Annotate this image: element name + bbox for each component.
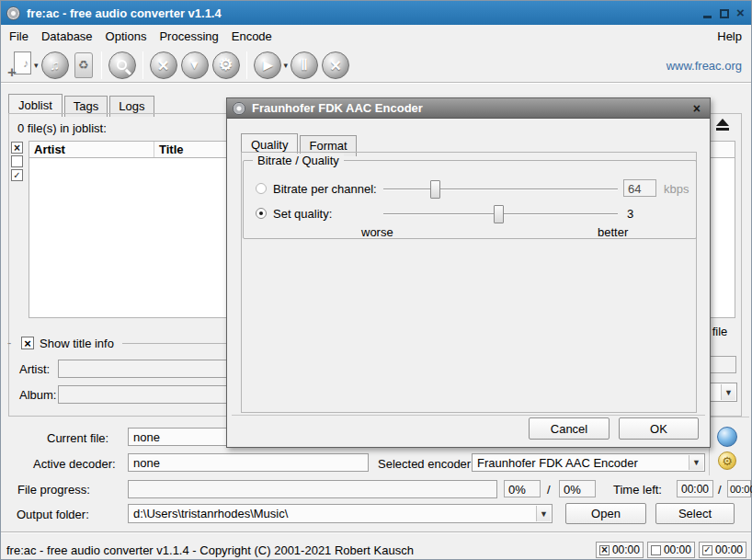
output-folder-value: d:\Users\tristanrhodes\Music\	[133, 507, 288, 520]
start-encoding-dropdown-icon[interactable]: ▾	[284, 61, 289, 70]
select-none-button[interactable]	[11, 155, 23, 167]
maximize-button[interactable]	[719, 7, 729, 18]
configure-settings-icon[interactable]	[212, 51, 240, 79]
bitrate-value-field[interactable]: 64	[623, 179, 656, 197]
toggle-selection-button[interactable]	[11, 169, 23, 181]
selected-encoder-combo[interactable]: Fraunhofer FDK AAC Encoder ▼	[472, 453, 705, 472]
set-quality-label: Set quality:	[273, 207, 332, 221]
file-progress-label: File progress:	[17, 483, 90, 497]
bitrate-unit: kbps	[664, 182, 689, 196]
dialog-divider	[232, 415, 705, 416]
chevron-down-icon[interactable]: ▼	[536, 506, 551, 521]
statusbar-text: fre:ac - free audio converter v1.1.4 - C…	[6, 543, 414, 557]
bitrate-slider[interactable]	[383, 189, 618, 190]
output-folder-label: Output folder:	[17, 508, 89, 521]
time-selected-box: 00:00	[596, 542, 644, 558]
bitrate-label: Bitrate per channel:	[273, 182, 377, 196]
chevron-down-icon[interactable]: ▼	[689, 455, 703, 470]
group-title: Bitrate / Quality	[253, 154, 344, 167]
stop-encoding-icon[interactable]	[322, 51, 349, 79]
progress-percent-file: 0%	[504, 480, 541, 497]
add-audio-cd-icon[interactable]	[41, 51, 69, 79]
scale-better-label: better	[598, 225, 628, 239]
selected-encoder-value: Fraunhofer FDK AAC Encoder	[477, 456, 638, 470]
joblist-count: 0 file(s) in joblist:	[17, 121, 107, 135]
active-decoder-label: Active decoder:	[33, 457, 116, 471]
encoder-settings-icon[interactable]	[718, 451, 736, 470]
cancel-button[interactable]: Cancel	[529, 417, 610, 440]
toolbar-separator	[101, 51, 102, 79]
scale-worse-label: worse	[361, 225, 393, 239]
menu-bar: File Database Options Processing Encode …	[1, 26, 751, 47]
window-title: fre:ac - free audio converter v1.1.4	[27, 6, 222, 20]
time-left-label: Time left:	[613, 483, 662, 497]
dialog-title-bar[interactable]: Fraunhofer FDK AAC Encoder ×	[227, 98, 710, 119]
title-bar: fre:ac - free audio converter v1.1.4 ×	[1, 1, 751, 25]
freac-app-icon	[6, 6, 20, 20]
encoder-config-dialog: Fraunhofer FDK AAC Encoder × Quality For…	[226, 97, 711, 448]
menu-database[interactable]: Database	[35, 27, 99, 46]
statusbar-divider	[1, 531, 751, 533]
time-all-box: 00:00	[699, 542, 746, 558]
slash: /	[547, 483, 551, 497]
all-tracks-icon	[702, 545, 712, 555]
select-button[interactable]: Select	[655, 503, 735, 524]
show-title-info-checkbox[interactable]	[21, 337, 34, 349]
show-title-info-label: Show title info	[40, 337, 114, 350]
info-icon[interactable]	[717, 427, 737, 447]
collapse-handle[interactable]: -	[7, 336, 11, 349]
bitrate-quality-group: Bitrate / Quality	[243, 160, 697, 239]
bitrate-radio[interactable]	[256, 183, 267, 194]
active-decoder-field: none	[128, 453, 369, 472]
menu-file[interactable]: File	[3, 27, 35, 46]
menu-encode[interactable]: Encode	[225, 27, 279, 46]
unselected-tracks-icon	[651, 545, 661, 555]
cddb-query-icon[interactable]	[108, 51, 136, 79]
time-left-total: 00:00	[727, 480, 751, 497]
set-quality-radio[interactable]	[256, 208, 267, 219]
freac-dialog-icon	[233, 102, 245, 115]
time-all-value: 00:00	[715, 543, 743, 556]
dialog-title: Fraunhofer FDK AAC Encoder	[252, 101, 423, 115]
selection-buttons	[11, 142, 23, 181]
eject-disc-button[interactable]	[709, 115, 736, 133]
app-window: fre:ac - free audio converter v1.1.4 × F…	[0, 0, 752, 560]
eject-icon	[716, 119, 729, 126]
toolbar: ♪+ ▾ ▾ www.freac.org	[1, 48, 751, 83]
time-selected-value: 00:00	[612, 543, 640, 556]
bitrate-slider-thumb[interactable]	[430, 180, 440, 199]
column-artist[interactable]: Artist	[29, 142, 154, 157]
quality-slider-thumb[interactable]	[494, 205, 504, 223]
time-left-file: 00:00	[677, 480, 713, 497]
current-file-label: Current file:	[47, 431, 108, 445]
add-files-dropdown-icon[interactable]: ▾	[34, 61, 39, 70]
chevron-down-icon[interactable]: ▼	[721, 384, 735, 400]
minimize-button[interactable]	[702, 7, 712, 18]
signal-processing-icon[interactable]	[181, 51, 209, 79]
quality-value: 3	[627, 207, 633, 221]
output-folder-combo[interactable]: d:\Users\tristanrhodes\Music\ ▼	[128, 504, 553, 523]
menu-processing[interactable]: Processing	[153, 27, 224, 46]
general-settings-icon[interactable]	[150, 51, 177, 79]
freac-website-link[interactable]: www.freac.org	[667, 59, 742, 73]
pause-encoding-icon[interactable]	[291, 51, 318, 79]
album-label: Album:	[19, 388, 56, 402]
clear-joblist-icon[interactable]	[74, 52, 93, 78]
close-button[interactable]: ×	[735, 7, 746, 18]
menu-help[interactable]: Help	[715, 27, 744, 46]
progress-percent-total: 0%	[559, 480, 596, 497]
selected-tracks-icon	[599, 545, 610, 555]
start-encoding-icon[interactable]	[254, 51, 281, 79]
add-files-icon[interactable]: ♪+	[7, 51, 31, 79]
file-progress-bar	[128, 480, 497, 498]
dialog-close-icon[interactable]: ×	[693, 101, 701, 116]
menu-options[interactable]: Options	[99, 27, 154, 46]
status-bar: fre:ac - free audio converter v1.1.4 - C…	[1, 534, 751, 560]
ok-button[interactable]: OK	[619, 417, 699, 440]
select-all-button[interactable]	[11, 142, 23, 154]
quality-slider[interactable]	[383, 213, 618, 215]
artist-label: Artist:	[19, 362, 50, 376]
slash: /	[718, 483, 722, 497]
open-button[interactable]: Open	[565, 503, 646, 524]
time-unselected-box: 00:00	[647, 542, 695, 558]
